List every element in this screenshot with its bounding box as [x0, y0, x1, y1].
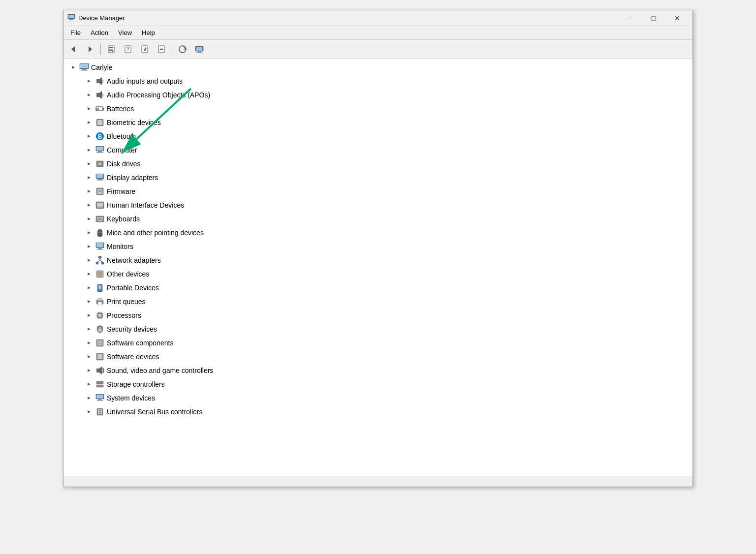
- view-computer-button[interactable]: [191, 42, 207, 57]
- tree-item[interactable]: B Bluetooth: [67, 129, 693, 143]
- svg-rect-153: [98, 409, 102, 414]
- svg-rect-49: [96, 152, 103, 153]
- tree-item[interactable]: Monitors: [67, 240, 693, 253]
- svg-marker-39: [88, 121, 91, 124]
- svg-marker-105: [88, 300, 91, 303]
- tree-item[interactable]: Processors: [67, 308, 693, 322]
- chevron-icon: [85, 105, 93, 113]
- tree-item[interactable]: Universal Serial Bus controllers: [67, 405, 693, 419]
- chevron-icon: [85, 229, 93, 237]
- svg-rect-7: [109, 47, 113, 48]
- tree-item[interactable]: Mice and other pointing devices: [67, 226, 693, 240]
- minimize-button[interactable]: —: [619, 11, 641, 26]
- svg-rect-87: [96, 243, 103, 247]
- svg-rect-148: [96, 395, 103, 399]
- tree-item[interactable]: Human Interface Devices: [67, 198, 693, 212]
- chevron-icon: [85, 91, 93, 99]
- svg-text:?: ?: [126, 47, 129, 52]
- close-button[interactable]: ✕: [666, 11, 689, 26]
- svg-marker-35: [88, 107, 91, 110]
- svg-marker-31: [99, 77, 102, 85]
- svg-rect-97: [99, 260, 101, 261]
- tree-item[interactable]: Software components: [67, 336, 693, 350]
- svg-rect-47: [96, 147, 103, 151]
- device-type-icon: [95, 379, 105, 389]
- chevron-icon: [85, 270, 93, 278]
- tree-item[interactable]: Security devices: [67, 322, 693, 336]
- svg-marker-24: [72, 66, 75, 69]
- svg-marker-85: [88, 245, 91, 248]
- menu-help[interactable]: Help: [137, 27, 160, 38]
- uninstall-button[interactable]: [154, 42, 169, 57]
- menu-view[interactable]: View: [113, 27, 137, 38]
- menu-action[interactable]: Action: [86, 27, 113, 38]
- tree-item[interactable]: Firmware: [67, 185, 693, 198]
- tree-item[interactable]: Display adapters: [67, 171, 693, 185]
- svg-marker-32: [88, 93, 91, 96]
- tree-item[interactable]: Biometric devices: [67, 116, 693, 129]
- root-label: Carlyle: [91, 63, 113, 71]
- svg-rect-155: [99, 412, 101, 413]
- window-title: Device Manager: [78, 14, 125, 22]
- device-type-icon: [95, 255, 105, 265]
- svg-rect-131: [98, 341, 99, 342]
- tree-item-label: Portable Devices: [107, 284, 159, 292]
- svg-rect-75: [100, 217, 101, 218]
- tree-item[interactable]: ? Other devices: [67, 267, 693, 281]
- svg-rect-28: [81, 70, 88, 71]
- device-type-icon: ?: [95, 269, 105, 279]
- svg-point-145: [102, 386, 103, 387]
- help-button[interactable]: ?: [120, 42, 136, 57]
- maximize-button[interactable]: □: [642, 11, 665, 26]
- properties-button[interactable]: [103, 42, 119, 57]
- tree-item[interactable]: Batteries: [67, 102, 693, 116]
- chevron-icon: [85, 394, 93, 402]
- svg-marker-90: [88, 259, 91, 262]
- device-type-icon: [95, 214, 105, 224]
- tree-item[interactable]: System devices: [67, 391, 693, 405]
- tree-item[interactable]: Print queues: [67, 295, 693, 308]
- update-driver-button[interactable]: [137, 42, 153, 57]
- svg-marker-50: [88, 162, 91, 165]
- svg-point-144: [102, 382, 103, 383]
- svg-rect-150: [97, 400, 103, 401]
- tree-item[interactable]: Computer: [67, 143, 693, 157]
- svg-rect-112: [98, 314, 101, 317]
- svg-rect-56: [96, 174, 103, 178]
- svg-marker-141: [88, 383, 91, 386]
- svg-marker-71: [88, 217, 91, 220]
- device-type-icon: [95, 90, 105, 100]
- device-type-icon: [95, 283, 105, 293]
- svg-rect-107: [98, 298, 102, 301]
- tree-item[interactable]: Audio inputs and outputs: [67, 74, 693, 88]
- scan-changes-button[interactable]: [175, 42, 190, 57]
- menu-file[interactable]: File: [65, 27, 86, 38]
- device-type-icon: [95, 242, 105, 251]
- svg-rect-3: [68, 15, 74, 18]
- tree-item[interactable]: Audio Processing Objects (APOs): [67, 88, 693, 102]
- tree-item[interactable]: Disk drives: [67, 157, 693, 171]
- svg-rect-38: [103, 108, 104, 110]
- svg-text:B: B: [98, 133, 102, 140]
- tree-item[interactable]: Network adapters: [67, 253, 693, 267]
- tree-item[interactable]: Sound, video and game controllers: [67, 364, 693, 377]
- back-button[interactable]: [65, 42, 81, 57]
- computer-root-icon: [79, 62, 89, 72]
- tree-root-item[interactable]: Carlyle: [67, 61, 693, 74]
- svg-marker-42: [88, 135, 91, 138]
- tree-item[interactable]: Software devices: [67, 350, 693, 364]
- tree-item-label: Audio Processing Objects (APOs): [107, 91, 210, 99]
- svg-rect-57: [98, 179, 102, 180]
- tree-item[interactable]: Portable Devices: [67, 281, 693, 295]
- device-type-icon: [95, 352, 105, 362]
- menu-bar: File Action View Help: [63, 26, 693, 40]
- tree-item-label: Keyboards: [107, 215, 140, 223]
- svg-rect-10: [112, 50, 113, 52]
- forward-button[interactable]: [82, 42, 98, 57]
- tree-item[interactable]: Keyboards: [67, 212, 693, 226]
- tree-item[interactable]: Storage controllers: [67, 377, 693, 391]
- svg-rect-74: [98, 217, 99, 218]
- tree-item-label: Firmware: [107, 187, 135, 195]
- svg-marker-4: [71, 46, 75, 52]
- svg-text:?: ?: [98, 271, 101, 278]
